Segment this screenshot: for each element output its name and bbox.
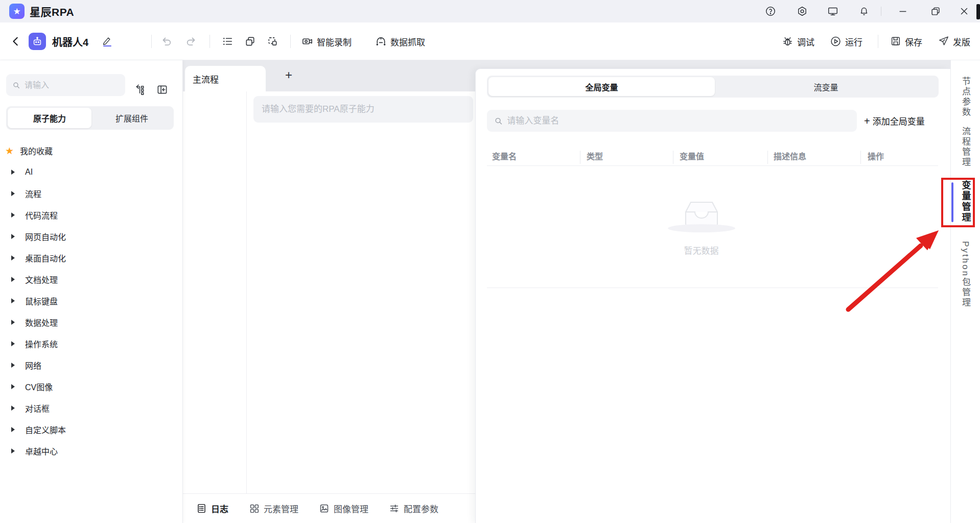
- tree-item-cv-image[interactable]: CV图像: [0, 376, 182, 397]
- tab-atomic-capability[interactable]: 原子能力: [8, 106, 91, 130]
- minimize-icon[interactable]: [896, 4, 910, 18]
- run-label: 运行: [845, 35, 862, 47]
- log-icon: [196, 503, 207, 514]
- tree-item-data-processing[interactable]: 数据处理: [0, 312, 182, 333]
- app-title: 星辰RPA: [30, 0, 74, 22]
- save-floppy-icon: [890, 36, 901, 47]
- app-logo: ★: [9, 4, 25, 19]
- titlebar: ★ 星辰RPA: [0, 0, 980, 22]
- bottom-tab-element-manager[interactable]: 元素管理: [249, 502, 298, 515]
- variable-search-input[interactable]: [507, 116, 850, 126]
- variables-panel: 全局变量 流变量 + 添加全局变量 变量名 类型 变量值 描述信息 操作 暂无数…: [475, 68, 950, 523]
- node-search-box[interactable]: [253, 96, 473, 123]
- tree-item-custom-script[interactable]: 自定义脚本: [0, 419, 182, 440]
- data-scrape-label: 数据抓取: [390, 35, 425, 47]
- tree-item-os[interactable]: 操作系统: [0, 333, 182, 354]
- debug-label: 调试: [797, 35, 814, 47]
- notifications-bell-icon[interactable]: [857, 4, 871, 18]
- copy-button[interactable]: [244, 35, 256, 47]
- debug-button[interactable]: 调试: [782, 35, 814, 47]
- titlebar-separator: [881, 7, 881, 16]
- monitor-icon[interactable]: [826, 4, 840, 18]
- dock-tab-python-packages[interactable]: Python包管理: [959, 241, 972, 308]
- bottom-tab-image-manager[interactable]: 图像管理: [319, 502, 368, 515]
- toolbar-separator: [878, 35, 878, 48]
- publish-button[interactable]: 发版: [938, 35, 970, 47]
- search-icon: [12, 81, 20, 90]
- tab-flow-variables[interactable]: 流变量: [715, 76, 937, 98]
- tree-item-code-flow[interactable]: 代码流程: [0, 204, 182, 226]
- image-icon: [319, 503, 330, 514]
- dock-tab-node-params[interactable]: 节点参数: [959, 77, 972, 117]
- caret-right-icon: [11, 448, 15, 454]
- tree-item-mouse-keyboard[interactable]: 鼠标键盘: [0, 290, 182, 312]
- elements-grid-icon: [249, 503, 260, 514]
- column-divider: [860, 151, 861, 164]
- empty-text: 暂无数据: [684, 244, 719, 256]
- capability-search-input[interactable]: [25, 81, 119, 90]
- close-icon[interactable]: [957, 4, 971, 18]
- column-header-type: 类型: [587, 150, 603, 165]
- tree-item-network[interactable]: 网络: [0, 354, 182, 376]
- star-logo-icon: ★: [13, 7, 20, 16]
- robot-name: 机器人4: [52, 34, 88, 49]
- flow-outline-button[interactable]: [132, 82, 147, 97]
- panel-section-divider: [487, 288, 938, 288]
- tree-item-document[interactable]: 文档处理: [0, 269, 182, 290]
- variables-tabs: 全局变量 流变量: [487, 76, 939, 98]
- caret-right-icon: [11, 406, 15, 411]
- collapse-panel-icon: [156, 84, 168, 96]
- rename-button[interactable]: [102, 36, 112, 46]
- tree-item-desktop-automation[interactable]: 桌面自动化: [0, 247, 182, 269]
- tree-item-web-automation[interactable]: 网页自动化: [0, 226, 182, 247]
- back-button[interactable]: [10, 36, 21, 47]
- variable-search-box[interactable]: [487, 110, 857, 132]
- run-button[interactable]: 运行: [830, 35, 862, 47]
- settings-gear-icon[interactable]: [795, 4, 809, 18]
- caret-right-icon: [11, 191, 15, 196]
- empty-icon-shadow: [668, 224, 735, 232]
- annotation-highlight-box: [941, 178, 975, 227]
- bottom-tab-config-params[interactable]: 配置参数: [389, 502, 438, 515]
- undo-button[interactable]: [160, 35, 173, 47]
- tree-item-excellence-center[interactable]: 卓越中心: [0, 440, 182, 462]
- save-label: 保存: [905, 35, 922, 47]
- app-window: ★ 星辰RPA: [0, 0, 980, 523]
- tree-item-dialog[interactable]: 对话框: [0, 397, 182, 419]
- toolbar-separator: [290, 35, 291, 48]
- bottom-tab-logs[interactable]: 日志: [196, 502, 228, 515]
- caret-right-icon: [11, 170, 15, 175]
- add-global-variable-button[interactable]: + 添加全局变量: [864, 110, 925, 132]
- favorite-star-icon: ★: [5, 146, 14, 156]
- smart-record-button[interactable]: 智能录制: [301, 35, 352, 47]
- add-flow-tab-button[interactable]: +: [281, 67, 296, 83]
- save-button[interactable]: 保存: [890, 35, 922, 47]
- right-dock-tabs: 节点参数 流程管理 变量管理 Python包管理: [950, 60, 980, 523]
- tree-item-flow[interactable]: 流程: [0, 183, 182, 204]
- undo-icon: [160, 35, 173, 47]
- data-scrape-button[interactable]: 数据抓取: [375, 35, 425, 47]
- add-global-variable-label: 添加全局变量: [873, 114, 925, 127]
- column-divider: [580, 151, 580, 164]
- tab-main-flow[interactable]: 主流程: [185, 66, 266, 91]
- outline-list-button[interactable]: [222, 35, 234, 47]
- restore-window-icon[interactable]: [928, 4, 943, 18]
- help-icon[interactable]: [763, 4, 778, 18]
- node-search-input[interactable]: [262, 104, 465, 114]
- tree-item-ai[interactable]: AI: [0, 161, 182, 183]
- tab-extension-components[interactable]: 扩展组件: [91, 106, 172, 130]
- collapse-sidebar-button[interactable]: [154, 82, 170, 97]
- canvas-left-guide: [246, 91, 247, 493]
- caret-right-icon: [11, 341, 15, 346]
- multi-select-button[interactable]: [267, 35, 278, 47]
- dock-tab-flow-manager[interactable]: 流程管理: [959, 127, 972, 168]
- tree-item-favorites[interactable]: ★ 我的收藏: [0, 140, 182, 161]
- tab-global-variables[interactable]: 全局变量: [488, 76, 715, 98]
- redo-button[interactable]: [185, 35, 197, 47]
- caret-right-icon: [11, 384, 15, 389]
- select-area-icon: [267, 35, 278, 47]
- caret-right-icon: [11, 234, 15, 239]
- capability-search[interactable]: [6, 74, 125, 96]
- search-icon: [494, 116, 503, 126]
- toolbar-separator: [151, 35, 152, 48]
